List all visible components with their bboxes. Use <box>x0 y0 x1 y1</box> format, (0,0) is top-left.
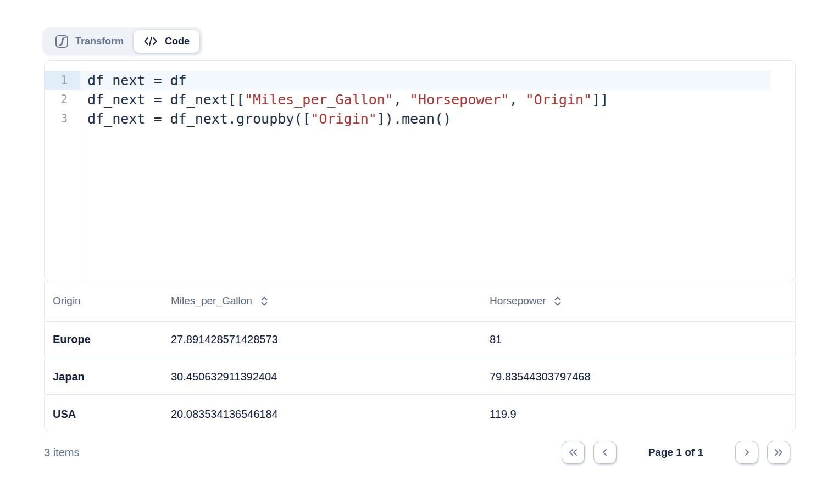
cell-horsepower: 81 <box>490 333 795 346</box>
cell-horsepower: 119.9 <box>490 408 795 421</box>
column-header-miles-per-gallon: Miles_per_Gallon <box>171 295 490 307</box>
cell-horsepower: 79.83544303797468 <box>490 371 795 383</box>
sort-icon <box>260 295 269 307</box>
tab-code[interactable]: Code <box>134 30 199 53</box>
table-row: Europe 27.891428571428573 81 <box>44 321 796 357</box>
code-line-3: df_next = df_next.groupby(["Origin"]).me… <box>80 109 795 128</box>
first-page-button[interactable] <box>562 441 585 464</box>
cell-miles-per-gallon: 30.450632911392404 <box>171 371 490 383</box>
string-token: "Origin" <box>310 111 376 127</box>
view-tab-bar: ƒ Transform Code <box>43 27 202 55</box>
code-token: df_next = df_next.groupby([ <box>87 111 310 127</box>
sort-toggle-horsepower[interactable] <box>553 295 562 307</box>
string-token: "Miles_per_Gallon" <box>245 92 393 108</box>
tab-code-label: Code <box>165 36 190 47</box>
sort-toggle-miles-per-gallon[interactable] <box>260 295 269 307</box>
table-footer: 3 items Page 1 of 1 <box>44 440 796 464</box>
dataframe-transform-widget: ƒ Transform Code 1 2 3 df_next = df df_n… <box>0 0 833 504</box>
table-header-row: Origin Miles_per_Gallon Horsepower <box>44 282 796 320</box>
chevron-right-icon <box>741 447 752 458</box>
page-indicator: Page 1 of 1 <box>648 446 703 458</box>
last-page-button[interactable] <box>767 441 790 464</box>
chevrons-right-icon <box>773 447 785 458</box>
tab-transform[interactable]: ƒ Transform <box>46 30 134 53</box>
result-table: Origin Miles_per_Gallon Horsepower <box>44 282 796 432</box>
cell-origin: Europe <box>45 333 171 346</box>
code-icon <box>143 36 158 47</box>
code-token: ]] <box>592 92 608 108</box>
code-line-2: df_next = df_next[["Miles_per_Gallon", "… <box>80 90 795 109</box>
pagination-controls: Page 1 of 1 <box>562 441 796 464</box>
line-number-gutter: 1 2 3 <box>45 61 80 281</box>
chevrons-left-icon <box>567 447 579 458</box>
items-count: 3 items <box>44 446 79 459</box>
code-line-1: df_next = df <box>80 71 770 90</box>
code-token: , <box>393 92 410 108</box>
column-label: Miles_per_Gallon <box>171 295 252 307</box>
code-token: df_next = df_next[[ <box>87 92 245 108</box>
table-row: USA 20.083534136546184 119.9 <box>44 396 796 432</box>
line-number: 2 <box>45 90 80 109</box>
sort-icon <box>553 295 562 307</box>
cell-origin: USA <box>45 408 171 421</box>
code-content: df_next = df df_next = df_next[["Miles_p… <box>80 61 795 281</box>
table-row: Japan 30.450632911392404 79.835443037974… <box>44 359 796 395</box>
code-token: , <box>509 92 526 108</box>
code-editor[interactable]: 1 2 3 df_next = df df_next = df_next[["M… <box>44 60 796 281</box>
string-token: "Horsepower" <box>410 92 509 108</box>
function-icon: ƒ <box>55 35 68 48</box>
string-token: "Origin" <box>526 92 592 108</box>
code-token: ]).mean() <box>377 111 451 127</box>
cell-miles-per-gallon: 27.891428571428573 <box>171 333 490 346</box>
tab-transform-label: Transform <box>75 36 124 47</box>
column-header-origin: Origin <box>45 295 171 307</box>
next-page-button[interactable] <box>735 441 758 464</box>
cell-miles-per-gallon: 20.083534136546184 <box>171 408 490 421</box>
previous-page-button[interactable] <box>593 441 617 464</box>
code-token: df_next = df <box>87 72 187 88</box>
column-header-horsepower: Horsepower <box>490 295 795 307</box>
chevron-left-icon <box>599 447 610 458</box>
column-label: Origin <box>53 295 81 307</box>
line-number: 3 <box>45 109 80 128</box>
column-label: Horsepower <box>490 295 546 307</box>
line-number: 1 <box>45 71 80 90</box>
cell-origin: Japan <box>45 371 171 383</box>
